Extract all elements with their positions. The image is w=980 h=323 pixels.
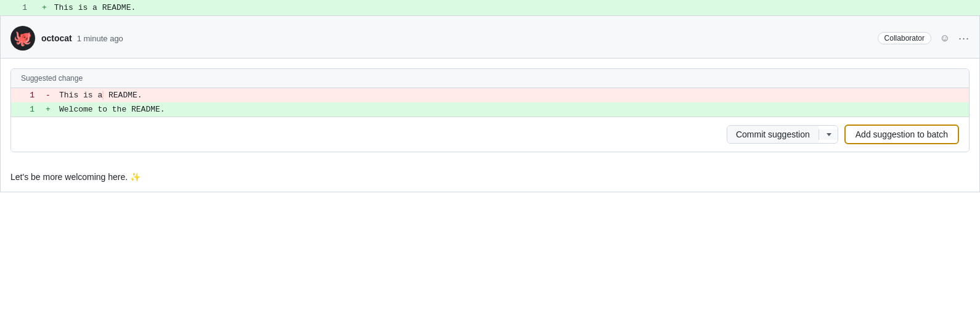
more-options-button[interactable]: ··· (958, 32, 970, 45)
diff-text-added: Welcome to the README. (54, 105, 165, 114)
author-time: 1 minute ago (77, 34, 123, 43)
comment-author-area: 🐙 octocat 1 minute ago (10, 26, 123, 51)
commit-suggestion-main-button[interactable]: Commit suggestion (727, 126, 819, 143)
page-wrapper: 1 + This is a README. 🐙 octocat 1 minute… (0, 0, 980, 192)
comment-actions: Collaborator ☺ ··· (878, 30, 970, 47)
diff-text-before: This is a (59, 91, 102, 100)
top-diff-line-number: 1 (0, 3, 37, 12)
diff-text-after: README. (104, 91, 142, 100)
collaborator-badge: Collaborator (878, 32, 931, 44)
add-suggestion-to-batch-button[interactable]: Add suggestion to batch (844, 125, 959, 144)
suggested-change-label: Suggested change (11, 69, 969, 88)
top-diff-text: This is a README. (54, 3, 136, 12)
avatar: 🐙 (10, 26, 35, 51)
diff-row-added-number: 1 (11, 105, 42, 114)
top-diff-content: + This is a README. (37, 3, 136, 12)
diff-sign-plus: + (42, 105, 54, 114)
comment-text: Let's be more welcoming here. ✨ (1, 172, 979, 192)
emoji-button[interactable]: ☺ (936, 30, 953, 47)
diff-row-removed-number: 1 (11, 91, 42, 100)
author-name: octocat (41, 33, 72, 43)
diff-sign-minus: - (42, 91, 54, 100)
diff-text-removed: This is a README. (54, 91, 142, 100)
author-info: octocat 1 minute ago (41, 33, 123, 43)
chevron-down-icon (827, 133, 831, 136)
avatar-icon: 🐙 (14, 30, 32, 47)
comment-body: Suggested change 1 - This is a README. 1… (1, 59, 979, 162)
suggested-change-box: Suggested change 1 - This is a README. 1… (10, 68, 970, 152)
diff-row-removed: 1 - This is a README. (11, 88, 969, 102)
diff-row-added: 1 + Welcome to the README. (11, 102, 969, 117)
suggestion-footer: Commit suggestion Add suggestion to batc… (11, 117, 969, 152)
comment-section: 🐙 octocat 1 minute ago Collaborator ☺ ··… (0, 16, 980, 192)
emoji-icon: ☺ (940, 33, 950, 44)
commit-suggestion-dropdown-button[interactable] (819, 129, 838, 140)
top-diff-row: 1 + This is a README. (0, 0, 980, 16)
top-diff-plus-sign: + (42, 3, 47, 12)
comment-header: 🐙 octocat 1 minute ago Collaborator ☺ ··… (1, 16, 979, 59)
commit-suggestion-button-group[interactable]: Commit suggestion (727, 125, 838, 144)
